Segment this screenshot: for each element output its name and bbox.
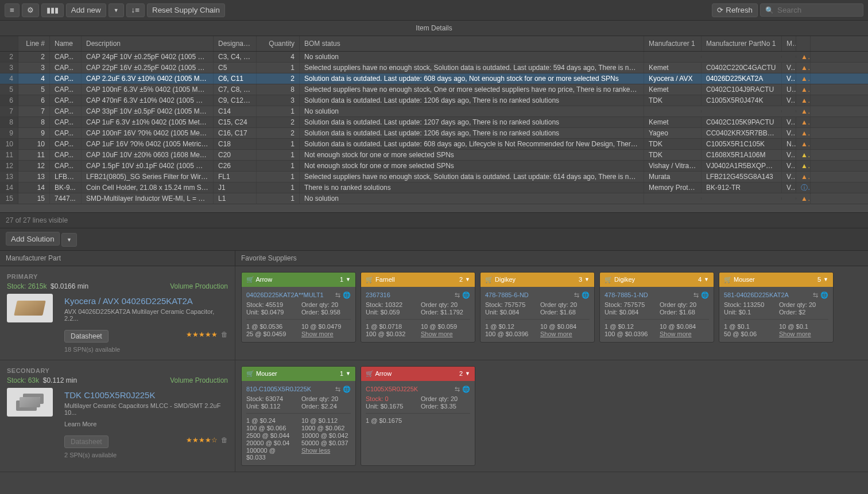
warning-icon: ▲ [796,128,811,138]
delete-icon[interactable]: 🗑 [221,436,228,444]
search-input[interactable] [777,6,858,14]
col-name[interactable]: Name [50,36,82,51]
search-box[interactable]: 🔍 [760,3,863,17]
show-more-link[interactable]: Show more [779,330,811,337]
globe-icon[interactable]: 🌐 [462,386,470,393]
reset-supply-chain-button[interactable]: Reset Supply Chain [147,3,225,17]
col-quantity[interactable]: Quantity [257,36,300,51]
supplier-mpn[interactable]: 581-04026D225KAT2A⇆🌐 [724,291,828,299]
table-row[interactable]: 44CAP...CAP 2.2uF 6.3V ±10% 0402 (1005 M… [0,73,868,84]
show-more-link[interactable]: Show more [421,330,453,337]
show-more-link[interactable]: Show more [540,330,572,337]
swap-icon[interactable]: ⇆ [455,386,460,393]
globe-icon[interactable]: 🌐 [462,291,470,299]
row-index: 8 [0,117,18,127]
table-row[interactable]: 15157447...SMD-Multilayer Inductor WE-MI… [0,193,868,204]
table-row[interactable]: 77CAP...CAP 33pF 10V ±0.5pF 0402 (1005 M… [0,106,868,117]
add-solution-dropdown[interactable]: ▼ [61,233,77,247]
supplier-rank[interactable]: 2 ▼ [459,370,470,377]
part-title-link[interactable]: Kyocera / AVX 04026D225KAT2A [64,296,228,306]
col-mpn[interactable]: Manufacturer PartNo 1 [702,36,782,51]
supplier-mpn[interactable]: 2367316⇆🌐 [366,291,470,299]
add-new-dropdown[interactable]: ▼ [108,3,124,17]
cell-quantity: 2 [257,73,300,84]
supplier-rank[interactable]: 2 ▼ [459,276,470,283]
sort-button[interactable]: ↓≡ [126,3,145,17]
part-title-link[interactable]: TDK C1005X5R0J225K [64,390,228,400]
menu-button[interactable]: ≡ [5,3,20,17]
swap-icon[interactable]: ⇆ [813,291,818,299]
supplier-stock: Stock: 757575 [485,301,534,308]
table-row[interactable]: 1414BK-9...Coin Cell Holder, 21.08 x 15.… [0,182,868,193]
datasheet-button[interactable]: Datasheet [64,330,108,343]
supplier-rank[interactable]: 1 ▼ [340,370,351,377]
globe-icon[interactable]: 🌐 [343,291,351,299]
caret-down-icon: ▼ [346,371,351,376]
supplier-header[interactable]: 🛒 Digikey3 ▼ [480,273,594,287]
supplier-card: 🛒 Arrow2 ▼C1005X5R0J225K⇆🌐Stock: 0Order … [361,366,475,466]
globe-icon[interactable]: 🌐 [820,291,828,299]
supplier-header[interactable]: 🛒 Mouser5 ▼ [719,273,833,287]
col-designator[interactable]: Designator [214,36,257,51]
swap-icon[interactable]: ⇆ [335,291,340,299]
supplier-header[interactable]: 🛒 Digikey4 ▼ [600,273,714,287]
table-row[interactable]: 1111CAP...CAP 10uF 10V ±20% 0603 (1608 M… [0,150,868,161]
chart-button[interactable]: ▮▮▮ [41,3,64,17]
grid-body[interactable]: 22CAP...CAP 24pF 10V ±0.25pF 0402 (1005 … [0,52,868,210]
supplier-mpn[interactable]: C1005X5R0J225K⇆🌐 [366,386,470,393]
supplier-header[interactable]: 🛒 Arrow2 ▼ [361,367,475,381]
swap-icon[interactable]: ⇆ [693,291,699,299]
show-more-link[interactable]: Show more [660,330,692,337]
table-row[interactable]: 1212CAP...CAP 1.5pF 10V ±0.1pF 0402 (100… [0,161,868,172]
refresh-button[interactable]: ⟳Refresh [712,3,758,17]
col-description[interactable]: Description [82,36,214,51]
globe-icon[interactable]: 🌐 [701,291,709,299]
bar-chart-icon: ▮▮▮ [46,6,59,14]
delete-icon[interactable]: 🗑 [221,330,228,339]
table-row[interactable]: 66CAP...CAP 470nF 6.3V ±10% 0402 (1005 M… [0,95,868,106]
table-row[interactable]: 99CAP...CAP 100nF 16V ?0% 0402 (1005 Met… [0,128,868,139]
supplier-mpn[interactable]: 478-7885-6-ND⇆🌐 [485,291,590,299]
supplier-rank[interactable]: 3 ▼ [579,276,590,283]
supplier-rank[interactable]: 1 ▼ [340,276,351,283]
hierarchy-button[interactable]: ⚙ [22,3,39,17]
table-row[interactable]: 55CAP...CAP 100nF 6.3V ±5% 0402 (1005 Me… [0,84,868,95]
col-manufacturer[interactable]: Manufacturer 1 [644,36,702,51]
supplier-mpn[interactable]: 478-7885-1-ND⇆🌐 [604,291,709,299]
col-bom-status[interactable]: BOM status [300,36,644,51]
table-row[interactable]: 1313LFB2...LFB21(0805)_SG Series Filter … [0,172,868,182]
add-new-button[interactable]: Add new [66,3,106,17]
datasheet-button: Datasheet [64,435,108,448]
table-row[interactable]: 88CAP...CAP 1uF 6.3V ±10% 0402 (1005 Met… [0,117,868,128]
add-solution-button[interactable]: Add Solution [6,232,60,246]
swap-icon[interactable]: ⇆ [335,386,340,393]
supplier-header[interactable]: 🛒 Arrow1 ▼ [242,273,355,287]
swap-icon[interactable]: ⇆ [574,291,579,299]
cell-mlc: Ur... [782,84,796,95]
price-break: Show more [421,330,470,337]
table-row[interactable]: 33CAP...CAP 22pF 16V ±0.25pF 0402 (1005 … [0,63,868,73]
supplier-rank[interactable]: 5 ▼ [817,276,828,283]
cell-name: CAP... [50,95,82,106]
supplier-mpn[interactable]: 810-C1005X5R0J225K⇆🌐 [246,386,351,393]
col-mlc[interactable]: M... [782,36,796,51]
suppliers-container: 🛒 Arrow1 ▼04026D225KAT2A**MULT1⇆🌐Stock: … [235,266,868,360]
cell-status: Selected suppliers have no enough stock,… [300,63,644,73]
cell-status: No solution [300,106,644,116]
show-more-link[interactable]: Show less [301,447,330,454]
supplier-rank[interactable]: 4 ▼ [698,276,709,283]
globe-icon[interactable]: 🌐 [343,386,351,393]
table-row[interactable]: 22CAP...CAP 24pF 10V ±0.25pF 0402 (1005 … [0,52,868,63]
supplier-header[interactable]: 🛒 Farnell2 ▼ [361,273,475,287]
swap-icon[interactable]: ⇆ [455,291,460,299]
supplier-mpn[interactable]: 04026D225KAT2A**MULT1⇆🌐 [246,291,351,299]
supplier-unit-price: Unit: $0.059 [366,309,415,316]
show-more-link[interactable]: Show more [301,330,334,337]
cell-line: 8 [18,117,50,127]
table-row[interactable]: 1010CAP...CAP 1uF 16V ?0% 0402 (1005 Met… [0,139,868,150]
col-line[interactable]: Line # [18,36,50,51]
learn-more-link[interactable]: Learn More [64,421,228,427]
cell-name: CAP... [50,150,82,160]
globe-icon[interactable]: 🌐 [582,291,590,299]
supplier-header[interactable]: 🛒 Mouser1 ▼ [242,367,355,381]
